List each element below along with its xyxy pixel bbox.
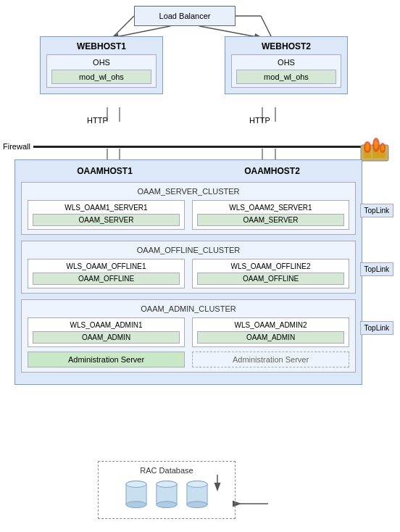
server-cluster-row: WLS_OAAM1_SERVER1 OAAM_SERVER WLS_OAAM2_… xyxy=(28,200,349,230)
webhost1-mod-box: mod_wl_ohs xyxy=(51,70,151,84)
svg-point-36 xyxy=(187,502,207,508)
server-cluster-toplink: TopLink xyxy=(360,204,393,217)
rac-database-container: RAC Database xyxy=(94,461,239,519)
admin-cluster-title: OAAM_ADMIN_CLUSTER xyxy=(28,304,349,313)
admin-cluster-row: WLS_OAAM_ADMIN1 OAAM_ADMIN WLS_OAAM_ADMI… xyxy=(28,317,349,347)
wls-oaam1-server1-box: WLS_OAAM1_SERVER1 OAAM_SERVER xyxy=(28,200,185,230)
oaam-server2-box: OAAM_SERVER xyxy=(197,214,344,226)
webhost1-title: WEBHOST1 xyxy=(46,41,157,51)
webhost1-ohs-label: OHS xyxy=(51,58,151,67)
oaam-offline1-box: OAAM_OFFLINE xyxy=(33,273,180,285)
svg-line-3 xyxy=(112,16,134,38)
svg-point-23 xyxy=(366,144,370,151)
svg-point-25 xyxy=(381,145,384,151)
oaam-offline2-box: OAAM_OFFLINE xyxy=(197,273,344,285)
wls-oaam-offline1-title: WLS_OAAM_OFFLINE1 xyxy=(33,262,180,270)
db-cylinders xyxy=(106,479,228,511)
webhost2-container: WEBHOST2 OHS mod_wl_ohs xyxy=(225,36,351,94)
wls-oaam-offline2-box: WLS_OAAM_OFFLINE2 OAAM_OFFLINE xyxy=(192,259,349,288)
webhost1-container: WEBHOST1 OHS mod_wl_ohs xyxy=(40,36,167,94)
oaam-admin2-box: OAAM_ADMIN xyxy=(197,331,344,344)
admin-cluster-box: OAAM_ADMIN_CLUSTER WLS_OAAM_ADMIN1 OAAM_… xyxy=(21,299,356,373)
svg-point-37 xyxy=(187,481,207,488)
server-cluster-box: OAAM_SERVER_CLUSTER WLS_OAAM1_SERVER1 OA… xyxy=(21,182,356,235)
http2-label: HTTP xyxy=(249,116,270,125)
administration-server2-box: Administration Server xyxy=(192,352,349,367)
webhost2-mod-box: mod_wl_ohs xyxy=(236,70,336,84)
db-cylinder-2 xyxy=(153,479,180,511)
wls-oaam-admin1-title: WLS_OAAM_ADMIN1 xyxy=(33,321,180,329)
firewall-icon xyxy=(359,132,390,162)
administration-server1-box: Administration Server xyxy=(28,352,185,367)
webhost2-box: WEBHOST2 OHS mod_wl_ohs xyxy=(225,36,348,94)
offline-cluster-wrapper: OAAM_OFFLINE_CLUSTER WLS_OAAM_OFFLINE1 O… xyxy=(21,241,356,294)
admin-servers-row: Administration Server Administration Ser… xyxy=(28,352,349,367)
server-cluster-title: OAAM_SERVER_CLUSTER xyxy=(28,187,349,196)
webhost2-inner: OHS mod_wl_ohs xyxy=(231,54,341,88)
rac-title: RAC Database xyxy=(106,466,228,475)
wls-oaam2-server1-title: WLS_OAAM2_SERVER1 xyxy=(197,204,344,212)
wls-oaam-admin2-box: WLS_OAAM_ADMIN2 OAAM_ADMIN xyxy=(192,317,349,347)
oaam-hosts-row: OAAMHOST1 OAAMHOST2 xyxy=(21,166,356,176)
wls-oaam-offline1-box: WLS_OAAM_OFFLINE1 OAAM_OFFLINE xyxy=(28,259,185,288)
wls-oaam1-server1-title: WLS_OAAM1_SERVER1 xyxy=(33,204,180,212)
svg-point-29 xyxy=(126,481,146,488)
oaam-server1-box: OAAM_SERVER xyxy=(33,214,180,226)
wls-oaam-admin2-title: WLS_OAAM_ADMIN2 xyxy=(197,321,344,329)
db-cylinder-1 xyxy=(122,479,150,511)
server-cluster-wrapper: OAAM_SERVER_CLUSTER WLS_OAAM1_SERVER1 OA… xyxy=(21,182,356,235)
load-balancer-box: Load Balancer xyxy=(134,6,236,26)
webhost1-inner: OHS mod_wl_ohs xyxy=(46,54,157,88)
svg-line-5 xyxy=(261,16,272,38)
oaam-outer-container: OAAMHOST1 OAAMHOST2 OAAM_SERVER_CLUSTER … xyxy=(14,159,362,385)
offline-cluster-box: OAAM_OFFLINE_CLUSTER WLS_OAAM_OFFLINE1 O… xyxy=(21,241,356,294)
wls-oaam-offline2-title: WLS_OAAM_OFFLINE2 xyxy=(197,262,344,270)
webhost2-title: WEBHOST2 xyxy=(231,41,341,51)
oaam-admin1-box: OAAM_ADMIN xyxy=(33,331,180,344)
admin-cluster-wrapper: OAAM_ADMIN_CLUSTER WLS_OAAM_ADMIN1 OAAM_… xyxy=(21,299,356,373)
firewall-bar xyxy=(33,146,370,148)
oaamhost1-label: OAAMHOST1 xyxy=(21,166,188,176)
webhost2-ohs-label: OHS xyxy=(236,58,336,67)
offline-cluster-row: WLS_OAAM_OFFLINE1 OAAM_OFFLINE WLS_OAAM_… xyxy=(28,259,349,288)
db-cylinder-3 xyxy=(183,479,211,511)
wls-oaam2-server1-box: WLS_OAAM2_SERVER1 OAAM_SERVER xyxy=(192,200,349,230)
architecture-diagram: Load Balancer WEBHOST1 OHS mod_wl_ohs WE… xyxy=(0,0,400,532)
wls-oaam-admin1-box: WLS_OAAM_ADMIN1 OAAM_ADMIN xyxy=(28,317,185,347)
firewall-label: Firewall xyxy=(0,142,30,151)
offline-cluster-toplink: TopLink xyxy=(360,262,393,276)
admin-cluster-toplink: TopLink xyxy=(360,321,393,335)
firewall-line: Firewall xyxy=(0,141,370,151)
svg-point-33 xyxy=(157,481,177,488)
oaamhost2-label: OAAMHOST2 xyxy=(188,166,356,176)
webhost1-box: WEBHOST1 OHS mod_wl_ohs xyxy=(40,36,163,94)
svg-point-28 xyxy=(126,502,146,508)
rac-label-box: RAC Database xyxy=(98,461,236,519)
load-balancer-label: Load Balancer xyxy=(159,12,211,20)
http1-label: HTTP xyxy=(87,116,108,125)
offline-cluster-title: OAAM_OFFLINE_CLUSTER xyxy=(28,246,349,254)
svg-point-24 xyxy=(375,141,378,149)
svg-point-32 xyxy=(157,502,177,508)
